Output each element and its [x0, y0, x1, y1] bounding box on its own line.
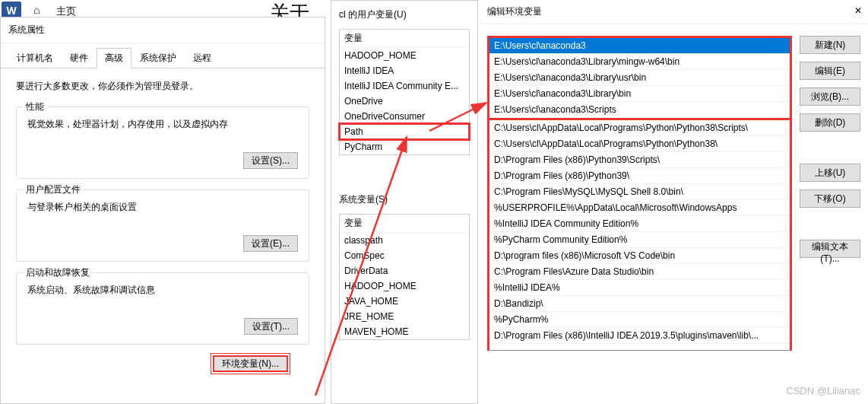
delete-button[interactable]: 删除(D): [800, 113, 860, 132]
sys-var-item[interactable]: classpath: [340, 233, 469, 248]
sysprop-tabs: 计算机名 硬件 高级 系统保护 远程: [1, 43, 325, 68]
new-button[interactable]: 新建(N): [800, 36, 860, 54]
move-up-button[interactable]: 上移(U): [800, 164, 860, 182]
editenv-button-column: 新建(N) 编辑(E) 浏览(B)... 删除(D) 上移(U) 下移(O) 编…: [800, 36, 860, 351]
path-row[interactable]: C:\Program Files\MySQL\MySQL Shell 8.0\b…: [489, 184, 790, 200]
path-row[interactable]: %USERPROFILE%\AppData\Local\Microsoft\Wi…: [489, 200, 790, 216]
user-var-item[interactable]: IntelliJ IDEA: [340, 63, 469, 78]
edit-button[interactable]: 编辑(E): [800, 62, 860, 80]
path-row[interactable]: C:\Program Files\Azure Data Studio\bin: [489, 264, 790, 280]
environment-variables-dialog: cl 的用户变量(U) 变量 HADOOP_HOME IntelliJ IDEA…: [331, 0, 480, 404]
path-row[interactable]: D:\Program Files (x86)\Python39\Scripts\: [489, 152, 790, 168]
system-variables-title: 系统变量(S): [339, 193, 471, 206]
editenv-title: 编辑环境变量 ✕: [478, 0, 868, 24]
sys-var-item[interactable]: DriverData: [340, 263, 469, 278]
admin-note: 要进行大多数更改，你必须作为管理员登录。: [16, 80, 309, 93]
path-row[interactable]: %IntelliJ IDEA%: [489, 280, 790, 296]
performance-label: 性能: [23, 100, 47, 113]
tab-advanced[interactable]: 高级: [97, 48, 131, 68]
user-var-header: 变量: [340, 30, 469, 48]
path-row[interactable]: E:\Users\cl\anaconda3\Library\mingw-w64\…: [489, 54, 790, 70]
tab-remote[interactable]: 远程: [185, 48, 220, 68]
system-variables-list[interactable]: 变量 classpath ComSpec DriverData HADOOP_H…: [339, 214, 470, 340]
performance-group: 性能 视觉效果，处理器计划，内存使用，以及虚拟内存 设置(S)...: [16, 107, 309, 179]
userprofile-desc: 与登录帐户相关的桌面设置: [27, 201, 298, 214]
path-values-list[interactable]: E:\Users\cl\anaconda3 E:\Users\cl\anacon…: [487, 36, 792, 351]
path-row[interactable]: C:\Users\cl\AppData\Local\Programs\Pytho…: [489, 136, 790, 152]
user-var-item[interactable]: OneDrive: [340, 94, 469, 109]
path-row[interactable]: D:\Program Files (x86)\IntelliJ IDEA 201…: [489, 328, 790, 344]
user-var-item[interactable]: OneDriveConsumer: [340, 109, 469, 124]
user-var-item[interactable]: IntelliJ IDEA Community E...: [340, 78, 469, 94]
move-down-button[interactable]: 下移(O): [800, 189, 860, 208]
user-var-item[interactable]: HADOOP_HOME: [340, 48, 469, 63]
path-row[interactable]: %PyCharm%: [489, 312, 790, 328]
path-row[interactable]: C:\Users\cl\AppData\Local\Programs\Pytho…: [489, 120, 790, 136]
browse-button[interactable]: 浏览(B)...: [800, 87, 860, 106]
home-icon: ⌂: [33, 4, 40, 16]
tab-hardware[interactable]: 硬件: [62, 48, 97, 68]
sys-var-item[interactable]: ComSpec: [340, 248, 469, 263]
close-icon[interactable]: ✕: [854, 5, 862, 16]
path-row[interactable]: %IntelliJ IDEA Community Edition%: [489, 216, 790, 232]
path-row[interactable]: E:\Users\cl\anaconda3: [489, 38, 790, 54]
edit-environment-variable-dialog: 编辑环境变量 ✕ E:\Users\cl\anaconda3 E:\Users\…: [477, 0, 868, 404]
sys-var-item[interactable]: MAVEN_HOME: [340, 324, 469, 339]
startup-label: 启动和故障恢复: [23, 266, 93, 279]
system-properties-dialog: 系统属性 计算机名 硬件 高级 系统保护 远程 要进行大多数更改，你必须作为管理…: [0, 17, 325, 404]
user-variables-list[interactable]: 变量 HADOOP_HOME IntelliJ IDEA IntelliJ ID…: [339, 29, 470, 155]
path-row[interactable]: E:\Users\cl\anaconda3\Library\usr\bin: [489, 70, 790, 86]
path-row[interactable]: %PyCharm Community Edition%: [489, 232, 790, 248]
sysprop-title: 系统属性: [1, 17, 325, 43]
user-variables-title: cl 的用户变量(U): [339, 8, 471, 21]
sys-var-header: 变量: [340, 215, 469, 233]
sys-var-item[interactable]: HADOOP_HOME: [340, 278, 469, 294]
userprofile-group: 用户配置文件 与登录帐户相关的桌面设置 设置(E)...: [16, 189, 309, 262]
edit-text-button[interactable]: 编辑文本(T)...: [800, 240, 860, 258]
path-row[interactable]: E:\Users\cl\anaconda3\Scripts: [489, 102, 790, 118]
sys-var-item[interactable]: JAVA_HOME: [340, 294, 469, 309]
path-row[interactable]: D:\Program Files (x86)\Python39\: [489, 168, 790, 184]
startup-group: 启动和故障恢复 系统启动、系统故障和调试信息 设置(T)...: [16, 272, 309, 345]
performance-desc: 视觉效果，处理器计划，内存使用，以及虚拟内存: [27, 118, 298, 131]
tab-computer-name[interactable]: 计算机名: [8, 48, 62, 68]
performance-settings-button[interactable]: 设置(S)...: [243, 152, 298, 169]
userprofile-settings-button[interactable]: 设置(E)...: [243, 235, 298, 252]
watermark: CSDN @Lilianac: [786, 385, 860, 396]
path-row[interactable]: E:\Users\cl\anaconda3\Library\bin: [489, 86, 790, 102]
path-row[interactable]: D:\Bandizip\: [489, 296, 790, 312]
startup-desc: 系统启动、系统故障和调试信息: [27, 284, 298, 297]
editenv-title-text: 编辑环境变量: [487, 6, 542, 17]
environment-variables-button[interactable]: 环境变量(N)...: [213, 355, 288, 372]
tab-system-protection[interactable]: 系统保护: [131, 48, 185, 68]
userprofile-label: 用户配置文件: [23, 183, 84, 196]
sys-var-item[interactable]: JRE_HOME: [340, 309, 469, 324]
user-var-path[interactable]: Path: [338, 122, 470, 141]
user-var-item[interactable]: PyCharm: [340, 139, 469, 154]
startup-settings-button[interactable]: 设置(T)...: [244, 318, 298, 335]
path-row[interactable]: D:\program files (x86)\Microsoft VS Code…: [489, 248, 790, 264]
